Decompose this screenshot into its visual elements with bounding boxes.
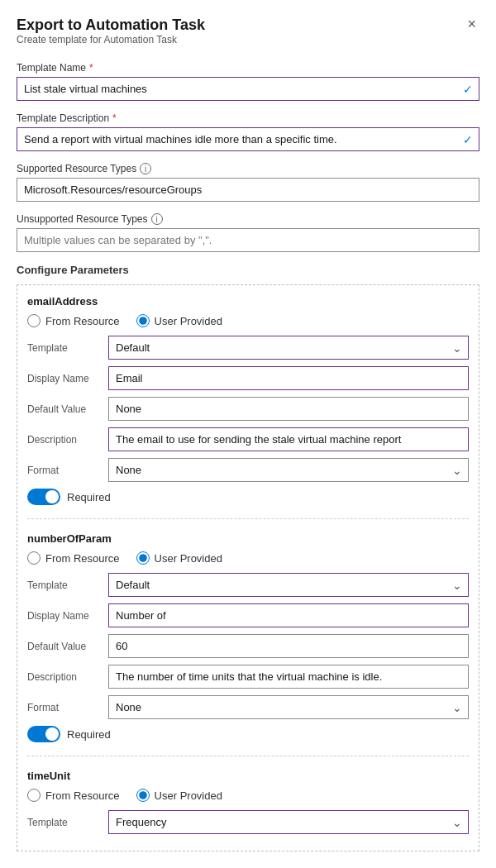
email-template-select-wrapper: Default Email Frequency xyxy=(108,336,469,360)
supported-resource-types-label: Supported Resource Types i xyxy=(17,163,479,174)
numberof-template-row: Template Default Email Frequency xyxy=(27,573,469,597)
numberof-format-select[interactable]: None Email URL xyxy=(108,695,469,719)
numberof-display-name-row: Display Name xyxy=(27,603,469,627)
numberof-required-toggle-container: Required xyxy=(27,726,469,742)
email-format-label: Format xyxy=(27,465,102,476)
close-button[interactable]: × xyxy=(464,17,479,31)
email-user-provided-radio[interactable]: User Provided xyxy=(136,314,222,327)
email-toggle-slider xyxy=(27,489,60,505)
email-default-value-row: Default Value xyxy=(27,397,469,421)
email-display-name-label: Display Name xyxy=(27,373,102,384)
email-required-toggle[interactable] xyxy=(27,489,60,505)
timeunit-radio-group: From Resource User Provided xyxy=(27,789,469,802)
email-format-select-wrapper: None Email URL xyxy=(108,458,469,482)
email-format-row: Format None Email URL xyxy=(27,458,469,482)
numberof-template-select[interactable]: Default Email Frequency xyxy=(108,573,469,597)
configure-parameters-group: Configure Parameters emailAddress From R… xyxy=(17,264,479,851)
numberof-required-label: Required xyxy=(67,728,111,741)
timeunit-template-select[interactable]: Default Email Frequency xyxy=(108,810,469,834)
unsupported-resource-types-group: Unsupported Resource Types i xyxy=(17,213,479,252)
email-display-name-control xyxy=(108,366,469,390)
email-template-row: Template Default Email Frequency xyxy=(27,336,469,360)
template-description-label: Template Description * xyxy=(17,112,479,124)
template-name-input[interactable] xyxy=(17,77,479,101)
email-description-row: Description xyxy=(27,427,469,451)
unsupported-resource-types-input[interactable] xyxy=(17,228,479,252)
numberof-radio-group: From Resource User Provided xyxy=(27,551,469,565)
numberof-display-name-control xyxy=(108,603,469,627)
numberof-description-row: Description xyxy=(27,665,469,689)
param-block-numberof: numberOfParam From Resource User Provide… xyxy=(27,532,469,756)
configure-parameters-label: Configure Parameters xyxy=(17,264,479,276)
supported-resource-types-info-icon[interactable]: i xyxy=(140,163,151,174)
numberof-from-resource-radio[interactable]: From Resource xyxy=(27,551,120,565)
supported-resource-types-input-wrapper xyxy=(17,178,479,202)
numberof-template-select-wrapper: Default Email Frequency xyxy=(108,573,469,597)
timeunit-template-label: Template xyxy=(27,817,102,828)
supported-resource-types-input[interactable] xyxy=(17,178,479,202)
email-template-label: Template xyxy=(27,342,102,354)
email-format-select[interactable]: None Email URL xyxy=(108,458,469,482)
email-radio-group: From Resource User Provided xyxy=(27,314,469,327)
template-name-check-icon: ✓ xyxy=(463,83,473,96)
template-name-label: Template Name * xyxy=(17,62,479,74)
param-name-timeunit: timeUnit xyxy=(27,770,469,782)
dialog-title: Export to Automation Task xyxy=(17,17,205,34)
supported-resource-types-group: Supported Resource Types i xyxy=(17,163,479,202)
param-name-email: emailAddress xyxy=(27,295,469,308)
template-description-group: Template Description * ✓ xyxy=(17,112,479,151)
email-description-input[interactable] xyxy=(108,427,469,451)
timeunit-template-select-wrapper: Default Email Frequency xyxy=(108,810,469,834)
numberof-description-label: Description xyxy=(27,671,102,683)
email-default-value-control xyxy=(108,397,469,421)
dialog-title-group: Export to Automation Task Create templat… xyxy=(17,17,205,59)
required-star: * xyxy=(89,62,93,74)
config-section: emailAddress From Resource User Provided… xyxy=(17,284,479,851)
email-default-value-label: Default Value xyxy=(27,403,102,415)
email-required-label: Required xyxy=(67,491,111,503)
unsupported-resource-types-info-icon[interactable]: i xyxy=(151,213,163,225)
template-name-group: Template Name * ✓ xyxy=(17,62,479,101)
param-name-numberof: numberOfParam xyxy=(27,532,469,545)
email-display-name-input[interactable] xyxy=(108,366,469,390)
numberof-default-value-input[interactable] xyxy=(108,634,469,658)
email-default-value-input[interactable] xyxy=(108,397,469,421)
unsupported-resource-types-input-wrapper xyxy=(17,228,479,252)
template-description-check-icon: ✓ xyxy=(463,133,473,146)
numberof-description-control xyxy=(108,665,469,689)
email-description-label: Description xyxy=(27,434,102,446)
email-template-select[interactable]: Default Email Frequency xyxy=(108,336,469,360)
template-description-input-wrapper: ✓ xyxy=(17,127,479,151)
numberof-default-value-control xyxy=(108,634,469,658)
numberof-format-row: Format None Email URL xyxy=(27,695,469,719)
timeunit-template-row: Template Default Email Frequency xyxy=(27,810,469,834)
param-block-email: emailAddress From Resource User Provided… xyxy=(27,295,469,519)
unsupported-resource-types-label: Unsupported Resource Types i xyxy=(17,213,479,225)
numberof-default-value-label: Default Value xyxy=(27,641,102,652)
required-star-desc: * xyxy=(112,112,117,124)
numberof-user-provided-radio[interactable]: User Provided xyxy=(136,551,222,565)
timeunit-user-provided-radio[interactable]: User Provided xyxy=(136,789,222,802)
numberof-display-name-input[interactable] xyxy=(108,603,469,627)
numberof-required-toggle[interactable] xyxy=(27,726,60,742)
numberof-description-input[interactable] xyxy=(108,665,469,689)
email-required-toggle-container: Required xyxy=(27,489,469,505)
email-description-control xyxy=(108,427,469,451)
export-dialog: Export to Automation Task Create templat… xyxy=(0,0,496,868)
numberof-format-label: Format xyxy=(27,702,102,713)
email-display-name-row: Display Name xyxy=(27,366,469,390)
numberof-template-label: Template xyxy=(27,579,102,591)
timeunit-from-resource-radio[interactable]: From Resource xyxy=(27,789,120,802)
param-block-timeunit: timeUnit From Resource User Provided Tem… xyxy=(27,770,469,834)
template-description-input[interactable] xyxy=(17,127,479,151)
dialog-subtitle: Create template for Automation Task xyxy=(17,34,205,45)
template-name-input-wrapper: ✓ xyxy=(17,77,479,101)
dialog-header: Export to Automation Task Create templat… xyxy=(17,17,479,59)
email-from-resource-radio[interactable]: From Resource xyxy=(27,314,120,327)
numberof-toggle-slider xyxy=(27,726,60,742)
numberof-format-select-wrapper: None Email URL xyxy=(108,695,469,719)
numberof-display-name-label: Display Name xyxy=(27,610,102,622)
numberof-default-value-row: Default Value xyxy=(27,634,469,658)
